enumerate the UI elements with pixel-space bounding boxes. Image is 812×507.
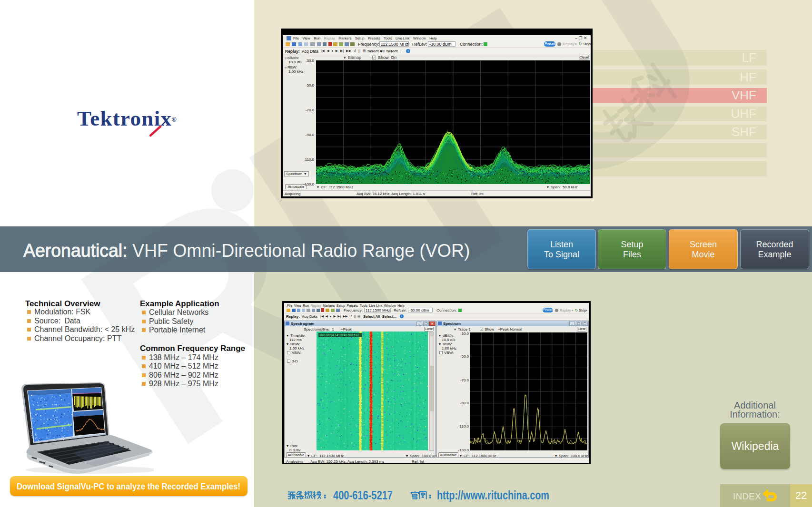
svg-text:Tektronix: Tektronix — [77, 108, 172, 130]
svg-text:400-616-5217: 400-616-5217 — [333, 488, 393, 502]
svg-text:http://www.rituchina.com: http://www.rituchina.com — [437, 488, 549, 502]
svg-text:®: ® — [172, 116, 177, 123]
svg-text:10/1/2014 14:19:49.501512: 10/1/2014 14:19:49.501512 — [319, 333, 359, 337]
